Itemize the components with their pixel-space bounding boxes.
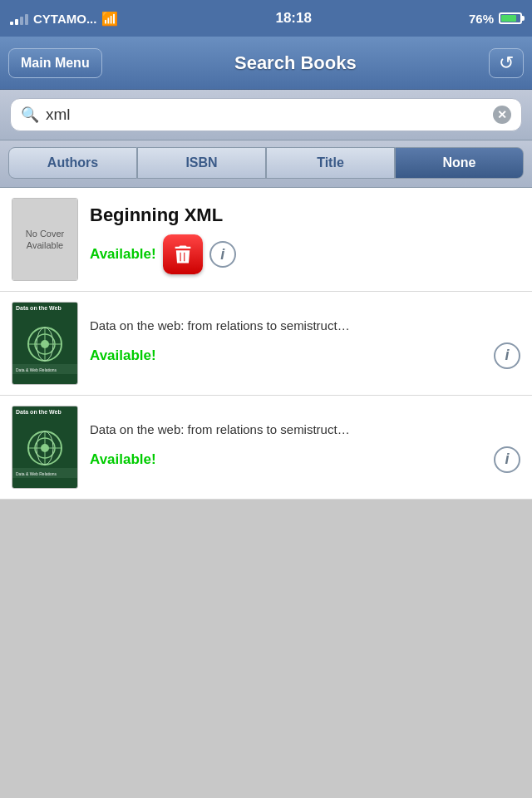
book-available-2: Available! (90, 347, 156, 364)
book-available-3: Available! (90, 451, 156, 468)
book-actions-1: Available! i (90, 234, 520, 274)
info-button-2[interactable]: i (494, 342, 520, 369)
book-actions-2: Available! i (90, 342, 520, 369)
info-button-1[interactable]: i (209, 241, 236, 268)
signal-bars-icon (10, 12, 28, 25)
book-title-3: Data on the web: from relations to semis… (90, 421, 520, 438)
search-bar-container: 🔍 ✕ (0, 90, 532, 140)
page-title: Search Books (234, 52, 357, 74)
page-container: CYTAMO... 📶 18:18 76% Main Menu Search B… (0, 0, 532, 798)
info-icon-2: i (505, 347, 509, 364)
segment-authors[interactable]: Authors (8, 147, 137, 179)
segment-none[interactable]: None (395, 147, 524, 179)
book-actions-3: Available! i (90, 446, 520, 473)
nav-bar: Main Menu Search Books ↺ (0, 37, 532, 90)
carrier-label: CYTAMO... (33, 12, 96, 26)
list-item: No Cover Available Beginning XML Availab… (0, 188, 532, 292)
clear-icon: ✕ (497, 108, 507, 121)
status-time: 18:18 (275, 10, 311, 27)
book-cover-svg-2: Data & Web Relations (12, 314, 77, 374)
trash-icon (171, 243, 195, 266)
segment-title[interactable]: Title (266, 147, 395, 179)
data-web-cover-3: Data on the Web Data & Web Rela (12, 406, 77, 488)
svg-text:Data & Web Relations: Data & Web Relations (16, 471, 57, 476)
book-title-2: Data on the web: from relations to semis… (90, 318, 520, 334)
no-cover-label: No Cover Available (12, 199, 77, 280)
info-icon-1: i (220, 246, 224, 264)
book-cover-1: No Cover Available (12, 198, 78, 281)
delete-book-button-1[interactable] (163, 234, 203, 274)
main-menu-button[interactable]: Main Menu (8, 48, 102, 78)
battery-icon (499, 12, 522, 24)
svg-text:Data & Web Relations: Data & Web Relations (16, 367, 57, 372)
book-info-3: Data on the web: from relations to semis… (90, 421, 520, 473)
list-item: Data on the Web Data & Web Rela (0, 292, 532, 396)
segment-control: Authors ISBN Title None (0, 140, 532, 188)
book-info-2: Data on the web: from relations to semis… (90, 318, 520, 369)
wifi-icon: 📶 (101, 11, 118, 27)
search-input[interactable] (46, 106, 486, 124)
book-available-1: Available! (90, 246, 156, 263)
status-right: 76% (469, 12, 522, 26)
refresh-icon: ↺ (499, 52, 514, 74)
book-cover-svg-3: Data & Web Relations (12, 418, 77, 478)
battery-percent: 76% (469, 12, 494, 26)
status-bar: CYTAMO... 📶 18:18 76% (0, 0, 532, 37)
data-web-cover-2: Data on the Web Data & Web Rela (12, 303, 77, 384)
book-list: No Cover Available Beginning XML Availab… (0, 188, 532, 500)
refresh-button[interactable]: ↺ (489, 48, 524, 78)
segment-isbn[interactable]: ISBN (137, 147, 266, 179)
book-cover-2: Data on the Web Data & Web Rela (12, 302, 78, 385)
list-item: Data on the Web Data & Web Rela (0, 396, 532, 500)
info-button-3[interactable]: i (494, 446, 520, 473)
book-title-1: Beginning XML (90, 204, 520, 226)
search-clear-button[interactable]: ✕ (493, 106, 511, 124)
status-left: CYTAMO... 📶 (10, 11, 118, 27)
empty-area (0, 500, 532, 798)
info-icon-3: i (505, 451, 509, 468)
search-icon: 🔍 (21, 106, 39, 124)
search-input-wrapper: 🔍 ✕ (10, 98, 522, 131)
book-cover-3: Data on the Web Data & Web Rela (12, 406, 78, 489)
book-info-1: Beginning XML Available! i (90, 204, 520, 274)
